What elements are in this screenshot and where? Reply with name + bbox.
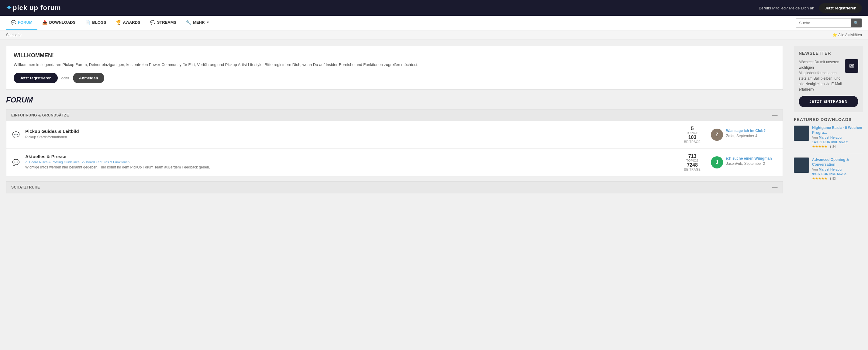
welcome-box: WILLKOMMEN! Willkommen im legendären Pic… <box>6 46 783 90</box>
download-price-2: 99.97 EUR inkl. MwSt. <box>812 172 863 176</box>
forum-stats-aktuelles-topics: 713 TOPICS 7248 BEITRÄGE <box>679 153 706 171</box>
sidebar: NEWSLETTER Möchtest Du mit unseren wicht… <box>789 40 868 204</box>
forum-sublinks-aktuelles: Board Rules & Posting Guidelines Board F… <box>25 160 674 164</box>
beitraege-count-2: 7248 <box>679 163 706 168</box>
newsletter-title: NEWSLETTER <box>799 51 858 56</box>
newsletter-content: Möchtest Du mit unseren wichtigen Mitgli… <box>799 59 858 92</box>
nav-item-blogs[interactable]: 📄 BLOGS <box>80 16 111 30</box>
welcome-actions: Jetzt registrieren oder Anmelden <box>14 73 775 83</box>
sublink-board-rules[interactable]: Board Rules & Posting Guidelines <box>25 160 80 164</box>
featured-downloads-title: FEATURED DOWNLOADS <box>794 117 863 122</box>
forum-desc-pickup-guides: Pickup Startinformationen. <box>25 135 674 139</box>
streams-nav-icon: 💬 <box>150 20 155 25</box>
download-stars-2: ★★★★★ ⬇ 83 <box>812 177 863 181</box>
star-1: ★★★★★ <box>812 145 827 149</box>
forum-row-aktuelles: 💬 Aktuelles & Presse Board Rules & Posti… <box>6 149 783 176</box>
topics-count-2: 713 <box>679 153 706 159</box>
download-thumb-1 <box>794 125 809 141</box>
download-info-2: Advanced Opening & Conversation Von Marc… <box>812 157 863 181</box>
page-layout: WILLKOMMEN! Willkommen im legendären Pic… <box>0 40 868 204</box>
newsletter-subscribe-button[interactable]: JETZT EINTRAGEN <box>799 96 858 107</box>
section-title-schatztruhe: SCHATZTRUHE <box>11 185 40 189</box>
welcome-text: Willkommen im legendären Pickup Forum, D… <box>14 62 775 68</box>
download-title-2[interactable]: Advanced Opening & Conversation <box>812 157 863 167</box>
header-right: Bereits Mitglied? Melde Dich an Jetzt re… <box>758 3 862 13</box>
newsletter-text: Möchtest Du mit unseren wichtigen Mitgli… <box>799 59 842 92</box>
forum-section-schatztruhe: SCHATZTRUHE — <box>6 181 783 194</box>
email-icon: ✉ <box>845 59 858 73</box>
register-welcome-button[interactable]: Jetzt registrieren <box>14 73 58 83</box>
nav-item-mehr[interactable]: 🔧 MEHR ▾ <box>181 16 214 30</box>
section-header-einfuehrung: EINFÜHRUNG & GRUNDSÄTZE — <box>6 110 783 121</box>
nav-items: 💬 FORUM 📥 DOWNLOADS 📄 BLOGS 🏆 AWARDS 💬 S… <box>6 16 214 30</box>
nav-item-downloads[interactable]: 📥 DOWNLOADS <box>37 16 81 30</box>
nav-label-downloads: DOWNLOADS <box>49 20 76 25</box>
nav-item-streams[interactable]: 💬 STREAMS <box>145 16 181 30</box>
forum-info-pickup-guides: Pickup Guides & Leitbild Pickup Startinf… <box>25 128 674 141</box>
welcome-title: WILLKOMMEN! <box>14 52 775 59</box>
nav-label-mehr: MEHR <box>193 20 205 25</box>
download-item-2: Advanced Opening & Conversation Von Marc… <box>794 157 863 185</box>
breadcrumb-home[interactable]: Startseite <box>6 33 22 37</box>
forum-info-aktuelles: Aktuelles & Presse Board Rules & Posting… <box>25 154 674 171</box>
forum-name-aktuelles[interactable]: Aktuelles & Presse <box>25 154 674 159</box>
beitraege-count-1: 103 <box>679 135 706 140</box>
search-button[interactable]: 🔍 <box>851 19 862 27</box>
login-button[interactable]: Anmelden <box>73 73 104 83</box>
forum-stats-pickup-guides-topics: 5 TOPICS 103 BEITRÄGE <box>679 126 706 144</box>
forum-bubble-icon-2: 💬 <box>11 159 20 166</box>
nav-item-awards[interactable]: 🏆 AWARDS <box>111 16 145 30</box>
nav-label-awards: AWARDS <box>123 20 141 25</box>
topics-label-2: TOPICS <box>679 159 706 163</box>
nav-item-forum[interactable]: 💬 FORUM <box>6 16 37 30</box>
download-count-2: ⬇ 83 <box>829 177 836 180</box>
download-price-1: 149.99 EUR inkl. MwSt. <box>812 140 863 144</box>
last-post-title-1[interactable]: Was sage ich im Club? <box>726 128 766 134</box>
avatar-2: J <box>711 156 723 169</box>
download-stars-1: ★★★★★ ⬇ 84 <box>812 145 863 149</box>
main-content: WILLKOMMEN! Willkommen im legendären Pic… <box>0 40 789 204</box>
collapse-schatztruhe-icon[interactable]: — <box>772 184 778 190</box>
topics-label-1: TOPICS <box>679 132 706 135</box>
last-post-info-1: Was sage ich im Club? Zafar, September 4 <box>726 128 766 138</box>
forum-section-einfuehrung: EINFÜHRUNG & GRUNDSÄTZE — 💬 Pickup Guide… <box>6 109 783 176</box>
top-header: ✦ pick up forum Bereits Mitglied? Melde … <box>0 0 868 16</box>
forum-heading: FORUM <box>6 96 783 104</box>
nav-label-streams: STREAMS <box>157 20 177 25</box>
downloads-nav-icon: 📥 <box>42 20 48 25</box>
nav-label-forum: FORUM <box>18 20 33 25</box>
forum-name-pickup-guides[interactable]: Pickup Guides & Leitbild <box>25 128 674 134</box>
all-activities-link[interactable]: ⭐ Alle Aktivitäten <box>832 33 862 37</box>
download-info-1: Nightgame Basic - 6 Wochen Progra... Von… <box>812 125 863 149</box>
download-count-1: ⬇ 84 <box>829 145 836 148</box>
sublink-board-features[interactable]: Board Features & Funktionen <box>82 160 130 164</box>
last-post-meta-2: JasonFub, September 2 <box>726 162 772 166</box>
last-post-title-2[interactable]: ich suche einen Wiingman <box>726 156 772 161</box>
register-header-button[interactable]: Jetzt registrieren <box>819 3 862 13</box>
blogs-nav-icon: 📄 <box>85 20 90 25</box>
forum-nav-icon: 💬 <box>11 20 16 25</box>
logo[interactable]: ✦ pick up forum <box>6 4 61 12</box>
last-post-aktuelles: J ich suche einen Wiingman JasonFub, Sep… <box>711 156 778 169</box>
search-bar: 🔍 <box>796 18 862 28</box>
section-header-schatztruhe: SCHATZTRUHE — <box>6 181 783 193</box>
breadcrumb: Startseite ⭐ Alle Aktivitäten <box>0 30 868 40</box>
forum-desc-aktuelles: Wichtige Infos werden hier bekannt gegeb… <box>25 165 674 169</box>
section-title-einfuehrung: EINFÜHRUNG & GRUNDSÄTZE <box>11 113 69 117</box>
search-input[interactable] <box>796 19 851 27</box>
main-nav: 💬 FORUM 📥 DOWNLOADS 📄 BLOGS 🏆 AWARDS 💬 S… <box>0 16 868 30</box>
or-text: oder <box>61 76 69 80</box>
logo-text: pick up forum <box>13 4 61 12</box>
star-icon: ⭐ <box>832 33 837 37</box>
last-post-pickup-guides: Z Was sage ich im Club? Zafar, September… <box>711 128 778 141</box>
download-thumb-2 <box>794 157 809 173</box>
mehr-nav-icon: 🔧 <box>186 20 191 25</box>
forum-row-pickup-guides: 💬 Pickup Guides & Leitbild Pickup Starti… <box>6 121 783 149</box>
star-2: ★★★★★ <box>812 177 827 181</box>
topics-count-1: 5 <box>679 126 706 132</box>
last-post-meta-1: Zafar, September 4 <box>726 134 766 138</box>
download-author-2: Von Marcel Herzog <box>812 168 863 171</box>
download-title-1[interactable]: Nightgame Basic - 6 Wochen Progra... <box>812 125 863 135</box>
collapse-einfuehrung-icon[interactable]: — <box>772 113 778 118</box>
already-member-link[interactable]: Bereits Mitglied? Melde Dich an <box>758 6 814 10</box>
